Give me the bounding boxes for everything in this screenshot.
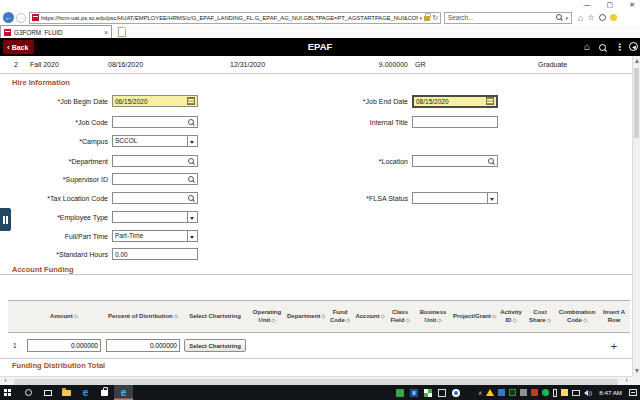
new-tab-button[interactable] [118, 27, 126, 37]
column-header-operating-unit[interactable]: Operating Unit◇ [248, 307, 286, 325]
standard-hours-input[interactable]: 0.00 [112, 248, 198, 260]
context-row[interactable]: 2 Fall 2020 08/16/2020 12/31/2020 9.0000… [0, 56, 632, 74]
campus-select[interactable]: SCCOL [112, 135, 198, 147]
sort-icon[interactable]: ◇ [583, 317, 587, 323]
lookup-icon[interactable] [488, 158, 495, 165]
internal-title-input[interactable] [412, 116, 498, 128]
taskbar-app-checker-icon[interactable] [424, 389, 432, 397]
job-code-input[interactable] [112, 116, 198, 128]
search-dropdown-icon[interactable]: ▾ [565, 15, 568, 21]
sort-icon[interactable]: ◇ [74, 313, 78, 319]
supervisor-id-input[interactable] [112, 173, 198, 185]
dropdown-arrow-icon[interactable] [187, 231, 197, 241]
location-input[interactable] [412, 155, 498, 167]
scroll-up-icon[interactable] [635, 59, 639, 63]
sort-icon[interactable]: ◇ [346, 317, 350, 323]
lookup-icon[interactable] [188, 158, 195, 165]
sort-icon[interactable]: ◇ [380, 313, 384, 319]
horizontal-scrollbar[interactable]: ‹ › [0, 376, 632, 385]
navbar-compass-icon[interactable] [629, 42, 638, 51]
taskbar-app-green-icon[interactable] [396, 389, 404, 397]
hidden-icons-chevron-icon[interactable]: ∧ [478, 389, 482, 396]
amount-input[interactable] [27, 339, 101, 352]
vertical-scrollbar[interactable] [632, 56, 640, 376]
app-search-icon[interactable] [599, 44, 606, 51]
browser-tab[interactable]: G3FORM_FLUID × [0, 25, 112, 38]
file-explorer-button[interactable] [57, 385, 76, 400]
refresh-icon[interactable]: ↻ [432, 14, 438, 22]
full-part-time-select[interactable]: Part-Time [112, 230, 198, 242]
column-header-fund-code[interactable]: Fund Code◇ [326, 307, 354, 325]
speaker-icon[interactable]: )) [584, 390, 592, 396]
feedback-smiley-icon[interactable] [610, 14, 617, 21]
sort-icon[interactable]: ◇ [405, 317, 409, 323]
warning-tray-icon[interactable] [486, 389, 494, 396]
url-dropdown-icon[interactable]: ▾ [420, 15, 423, 21]
column-header-department[interactable]: Department◇ [286, 311, 326, 322]
browser-search-field[interactable]: Search... ▾ [444, 12, 572, 24]
taskbar-app-circle-icon[interactable] [452, 389, 460, 397]
taskbar-app-frame-icon[interactable] [438, 389, 446, 397]
column-header-project-grant[interactable]: Project/Grant◇ [452, 311, 496, 322]
job-begin-date-input[interactable]: 06/15/2020 [112, 95, 198, 107]
task-view-button[interactable] [38, 385, 57, 400]
sticky-note-icon[interactable] [561, 389, 568, 396]
tray-shield-icon[interactable] [531, 389, 538, 396]
start-button[interactable] [0, 385, 19, 400]
battery-icon[interactable] [553, 389, 557, 397]
settings-gear-icon[interactable] [599, 14, 606, 21]
url-field[interactable]: https://hcm-uat.ps.sc.edu/psc/HUAT/EMPLO… [29, 12, 441, 24]
column-header-account[interactable]: Account◇ [354, 311, 386, 322]
select-chartstring-button[interactable]: Select Chartstring [184, 339, 246, 352]
dropdown-arrow-icon[interactable] [487, 193, 497, 203]
column-header-class-field[interactable]: Class Field◇ [386, 307, 414, 325]
column-header-activity-id[interactable]: Activity ID◇ [496, 307, 526, 325]
app-home-icon[interactable]: ⌂ [584, 42, 590, 52]
sort-icon[interactable]: ◇ [271, 317, 275, 323]
tray-gray-icon[interactable] [520, 389, 527, 396]
tax-location-code-input[interactable] [112, 192, 198, 204]
job-end-date-input[interactable]: 08/15/2020 [412, 95, 498, 108]
clock[interactable]: 8:47 AM [599, 389, 622, 396]
cortana-button[interactable] [19, 385, 38, 400]
display-icon[interactable] [572, 390, 580, 396]
sort-icon[interactable]: ◇ [437, 317, 441, 323]
browser-forward-button[interactable]: → [16, 13, 26, 23]
action-center-icon[interactable] [629, 389, 637, 396]
internet-explorer-button[interactable]: e [114, 385, 133, 400]
window-minimize-button[interactable]: — [584, 0, 591, 10]
tray-chart-icon[interactable] [509, 389, 516, 396]
lookup-icon[interactable] [188, 195, 195, 202]
scroll-left-icon[interactable]: ‹ [4, 377, 7, 385]
tray-blue-icon[interactable] [498, 389, 505, 396]
calendar-icon[interactable] [187, 97, 195, 105]
calendar-icon[interactable] [486, 97, 494, 105]
tray-green-circle-icon[interactable] [542, 389, 549, 396]
search-placeholder[interactable]: Search... [448, 14, 554, 21]
url-text[interactable]: https://hcm-uat.ps.sc.edu/psc/HUAT/EMPLO… [41, 15, 418, 21]
scroll-down-icon[interactable] [635, 369, 639, 373]
browser-back-button[interactable]: ← [3, 12, 14, 23]
vertical-scrollbar-thumb[interactable] [634, 68, 639, 138]
sort-icon[interactable]: ◇ [512, 317, 516, 323]
department-input[interactable] [112, 155, 198, 167]
dropdown-arrow-icon[interactable] [187, 212, 197, 222]
dropdown-arrow-icon[interactable] [187, 136, 197, 146]
taskbar-app-pause-icon[interactable]: II [410, 389, 418, 397]
tab-close-icon[interactable]: × [104, 29, 108, 36]
employee-type-select[interactable] [112, 211, 198, 223]
window-maximize-button[interactable]: ▢ [607, 0, 614, 10]
actions-kebab-icon[interactable]: ⋮ [615, 42, 624, 52]
sort-icon[interactable]: ◇ [174, 313, 178, 319]
column-header-cost-share[interactable]: Cost Share◇ [526, 307, 554, 325]
edge-button[interactable]: e [76, 385, 95, 400]
search-icon[interactable] [556, 14, 563, 21]
insert-row-button[interactable]: + [611, 341, 617, 351]
side-panel-handle[interactable] [0, 208, 11, 231]
column-header-business-unit[interactable]: Business Unit◇ [414, 307, 452, 325]
column-header-percent[interactable]: Percent of Distribution◇ [104, 311, 182, 322]
lookup-icon[interactable] [188, 119, 195, 126]
lookup-icon[interactable] [188, 176, 195, 183]
column-header-combination-code[interactable]: Combination Code◇ [554, 307, 600, 325]
scroll-right-icon[interactable]: › [625, 377, 628, 385]
